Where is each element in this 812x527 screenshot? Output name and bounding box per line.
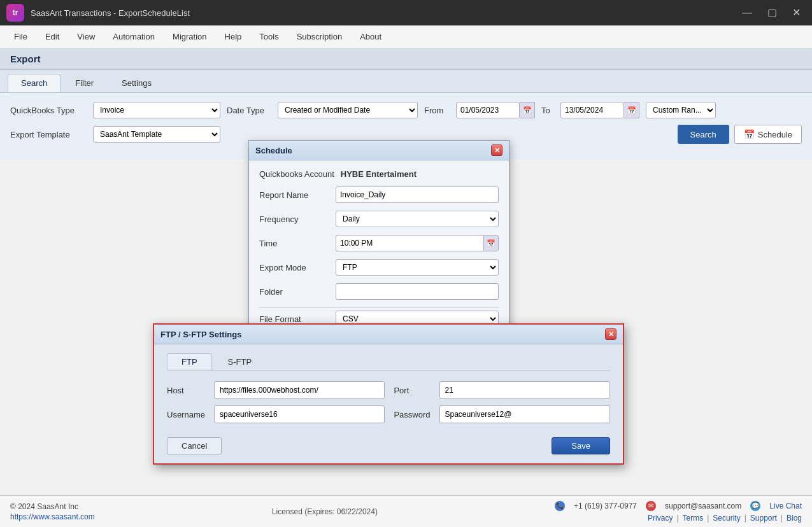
to-label: To [541, 106, 554, 115]
ftp-tab-ftp[interactable]: FTP [167, 353, 212, 370]
calendar-icon: 📅 [744, 129, 755, 139]
schedule-frequency-row: Frequency Daily [259, 211, 499, 227]
schedule-time-input[interactable] [336, 235, 483, 251]
chat-icon: 💬 [750, 501, 760, 511]
schedule-time-row: Time 📅 [259, 235, 499, 251]
date-type-group: Created or Modified Date [278, 102, 418, 118]
menu-view[interactable]: View [68, 28, 104, 45]
schedule-modal-close[interactable]: ✕ [491, 144, 502, 156]
footer-terms-link[interactable]: Terms [683, 514, 704, 523]
form-row-1: QuickBooks Type Invoice Date Type Create… [10, 102, 802, 118]
ftp-form-grid: Host Port Username Password [167, 381, 610, 423]
ftp-save-button[interactable]: Save [552, 437, 610, 454]
schedule-export-mode-select[interactable]: FTP [336, 259, 499, 276]
schedule-modal-header: Schedule ✕ [249, 141, 509, 160]
email-icon: ✉ [646, 501, 656, 511]
menu-edit[interactable]: Edit [36, 28, 68, 45]
menu-migration[interactable]: Migration [164, 28, 215, 45]
ftp-actions: Cancel Save [167, 432, 610, 454]
footer-left: © 2024 SaasAnt Inc https://www.saasant.c… [10, 502, 95, 521]
schedule-report-name-row: Report Name [259, 186, 499, 203]
to-date-input[interactable] [560, 102, 624, 118]
menu-tools[interactable]: Tools [250, 28, 287, 45]
app-icon: tr [6, 4, 24, 22]
footer-blog-link[interactable]: Blog [787, 514, 802, 523]
to-date-calendar-button[interactable]: 📅 [624, 102, 639, 118]
tab-filter[interactable]: Filter [62, 74, 107, 92]
ftp-username-input[interactable] [214, 405, 385, 423]
search-button[interactable]: Search [678, 125, 729, 144]
export-template-label: Export Template [10, 130, 87, 139]
footer-live-chat[interactable]: Live Chat [769, 502, 802, 510]
ftp-port-label: Port [394, 386, 430, 395]
footer: © 2024 SaasAnt Inc https://www.saasant.c… [0, 495, 812, 527]
ftp-host-label: Host [167, 386, 205, 395]
title-bar: tr SaasAnt Transactions - ExportSchedule… [0, 0, 812, 25]
ftp-tab-sftp[interactable]: S-FTP [213, 353, 267, 370]
schedule-report-name-input[interactable] [336, 186, 499, 203]
footer-website[interactable]: https://www.saasant.com [10, 512, 95, 521]
export-template-select[interactable]: SaasAnt Template [93, 126, 220, 143]
ftp-host-input[interactable] [214, 381, 385, 399]
schedule-modal-title: Schedule [255, 146, 292, 155]
window-title: SaasAnt Transactions - ExportScheduleLis… [31, 8, 190, 18]
schedule-time-label: Time [259, 239, 329, 248]
schedule-modal: Schedule ✕ Quickbooks Account HYBE Enter… [248, 140, 509, 337]
menu-automation[interactable]: Automation [104, 28, 164, 45]
ftp-modal: FTP / S-FTP Settings ✕ FTP S-FTP Host Po… [153, 323, 624, 465]
schedule-frequency-label: Frequency [259, 214, 329, 224]
menu-subscription[interactable]: Subscription [288, 28, 352, 45]
ftp-tabs-container: FTP S-FTP [167, 353, 610, 371]
export-header: Export [0, 48, 812, 70]
ftp-username-label: Username [167, 410, 205, 419]
footer-phone: +1 (619) 377-0977 [574, 502, 637, 510]
tab-search[interactable]: Search [8, 74, 61, 92]
menu-about[interactable]: About [351, 28, 390, 45]
footer-copyright: © 2024 SaasAnt Inc [10, 502, 95, 511]
quickbooks-type-label: QuickBooks Type [10, 106, 87, 115]
schedule-frequency-select[interactable]: Daily [336, 211, 499, 227]
footer-privacy-link[interactable]: Privacy [648, 514, 673, 523]
minimize-button[interactable]: — [737, 6, 757, 19]
footer-security-link[interactable]: Security [713, 514, 740, 523]
menu-help[interactable]: Help [216, 28, 251, 45]
action-buttons: Search 📅 Schedule [678, 125, 802, 144]
from-date-input[interactable] [456, 102, 520, 118]
date-type-select[interactable]: Created or Modified Date [278, 102, 418, 118]
ftp-modal-close[interactable]: ✕ [605, 328, 616, 340]
schedule-qb-account-row: Quickbooks Account HYBE Entertaiment [259, 169, 499, 179]
to-date-group: 📅 [560, 102, 639, 118]
schedule-export-mode-row: Export Mode FTP [259, 259, 499, 276]
schedule-folder-label: Folder [259, 287, 329, 297]
menu-file[interactable]: File [5, 28, 36, 45]
schedule-time-group: 📅 [336, 235, 499, 251]
close-button[interactable]: ✕ [787, 6, 806, 19]
phone-icon: 📞 [555, 501, 565, 511]
from-label: From [424, 106, 450, 115]
footer-links: Privacy | Terms | Security | Support | B… [648, 514, 802, 523]
ftp-password-input[interactable] [439, 405, 610, 423]
maximize-button[interactable]: ▢ [762, 6, 782, 19]
schedule-folder-input[interactable] [336, 283, 499, 300]
tabs-container: Search Filter Settings [0, 70, 812, 93]
footer-support-link[interactable]: Support [750, 514, 777, 523]
schedule-folder-row: Folder [259, 283, 499, 300]
ftp-port-input[interactable] [439, 381, 610, 399]
schedule-export-mode-label: Export Mode [259, 263, 329, 272]
schedule-qb-account-value: HYBE Entertaiment [341, 169, 417, 179]
quickbooks-type-select[interactable]: Invoice [93, 102, 220, 118]
schedule-button[interactable]: 📅 Schedule [734, 125, 802, 144]
ftp-password-label: Password [394, 410, 430, 419]
ftp-cancel-button[interactable]: Cancel [167, 437, 222, 454]
date-type-label: Date Type [227, 106, 271, 115]
tab-settings[interactable]: Settings [108, 74, 165, 92]
footer-contact: 📞 +1 (619) 377-0977 ✉ support@saasant.co… [555, 501, 802, 511]
from-date-calendar-button[interactable]: 📅 [520, 102, 535, 118]
ftp-modal-header: FTP / S-FTP Settings ✕ [154, 325, 623, 344]
schedule-time-calendar-button[interactable]: 📅 [483, 235, 499, 251]
range-select[interactable]: Custom Ran... [646, 102, 716, 118]
ftp-modal-title: FTP / S-FTP Settings [160, 330, 241, 339]
title-bar-left: tr SaasAnt Transactions - ExportSchedule… [6, 4, 190, 22]
window-controls: — ▢ ✕ [737, 6, 806, 19]
ftp-modal-body: FTP S-FTP Host Port Username Password Ca… [154, 344, 623, 463]
